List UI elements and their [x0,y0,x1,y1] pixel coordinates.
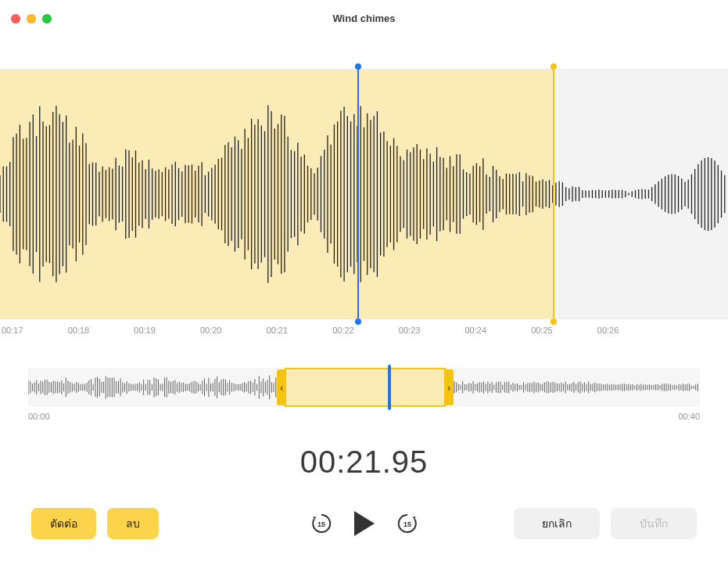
overview-trim-handle-left[interactable]: ‹ [277,369,286,405]
controls-row: ตัดต่อ ลบ 15 15 ย [0,480,728,539]
main-waveform[interactable] [0,69,728,319]
close-icon[interactable] [11,14,20,23]
playhead-line [357,70,359,318]
timeline-tick: 00:22 [331,326,397,341]
trim-button[interactable]: ตัดต่อ [31,508,96,539]
delete-button[interactable]: ลบ [107,508,159,539]
overview-end-time: 00:40 [678,412,700,421]
play-button[interactable] [354,511,375,536]
skip-back-15-icon[interactable]: 15 [310,513,332,534]
playhead-handle-top[interactable] [355,63,361,70]
minimize-icon[interactable] [27,14,36,23]
overview-selection[interactable]: ‹ › [285,368,446,407]
save-button[interactable]: บันทึก [611,508,697,539]
overview-playhead[interactable] [388,365,391,410]
titlebar: Wind chimes [0,0,728,38]
play-icon [354,511,375,536]
timeline-tick: 00:20 [199,326,265,341]
timeline-tick: 00:23 [397,326,464,341]
overview-trim-handle-right[interactable]: › [444,369,454,405]
timeline-tick [662,326,728,341]
waveform-svg [0,70,728,318]
current-time-display: 00:21.95 [0,444,728,480]
window-controls [11,14,52,23]
overview-start-time: 00:00 [28,412,50,421]
trim-line [553,70,554,318]
skip-forward-15-icon[interactable]: 15 [396,513,418,534]
overview-waveform[interactable]: ‹ › [28,368,700,407]
timeline-tick: 00:21 [265,326,332,341]
timeline-tick: 00:19 [132,326,199,341]
timeline-tick: 00:18 [66,326,133,341]
timeline-tick: 00:24 [463,326,529,341]
timeline-tick: 00:26 [596,326,662,341]
svg-text:15: 15 [317,520,325,528]
timeline-tick: 00:25 [529,326,596,341]
trim-handle-top[interactable] [550,63,557,70]
cancel-button[interactable]: ยกเลิก [514,508,600,539]
zoom-icon[interactable] [42,14,52,23]
timeline-ruler: 00:1700:1800:1900:2000:2100:2200:2300:24… [0,319,728,341]
window-title: Wind chimes [0,13,728,24]
voice-memos-edit-window: Wind chimes 00:1700:1800:1900:2000:2100:… [0,0,728,583]
timeline-tick: 00:17 [0,326,66,341]
svg-text:15: 15 [403,520,411,528]
overview-time-labels: 00:00 00:40 [28,412,700,421]
